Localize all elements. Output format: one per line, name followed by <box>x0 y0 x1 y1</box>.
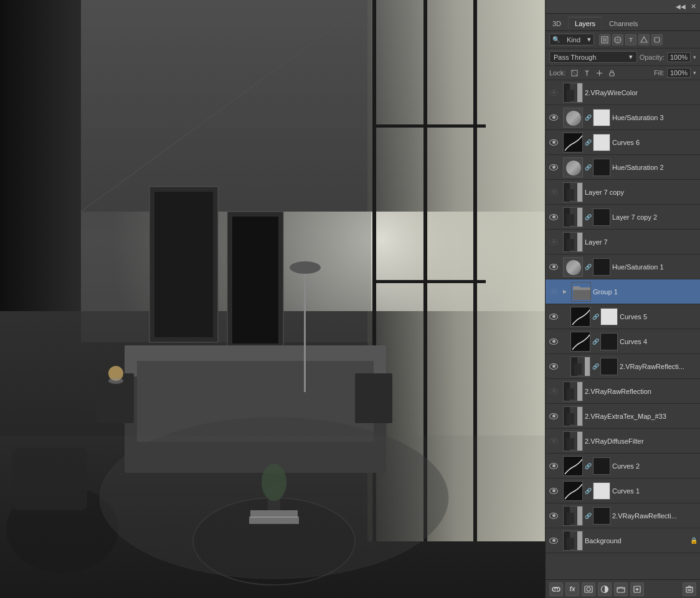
lock-label: Lock: <box>549 69 565 77</box>
layer-item-background[interactable]: Background 🔒 <box>546 528 700 553</box>
layers-list[interactable]: 2.VRayWireColor 🔗 Hue/Saturation 3 🔗 Cur… <box>546 80 700 579</box>
svg-rect-56 <box>567 189 574 200</box>
fill-arrow[interactable]: ▾ <box>693 70 696 76</box>
svg-rect-43 <box>610 73 614 76</box>
blend-mode-value: Pass Through <box>554 54 596 61</box>
fill-input[interactable]: 100% <box>667 68 691 78</box>
eye-icon <box>549 214 558 220</box>
layer-name-layer7-copy2: Layer 7 copy 2 <box>612 213 698 221</box>
layer-item-vray-rawreflect3[interactable]: 🔗 2.VRayRawReflecti... <box>546 503 700 528</box>
layer-visibility-hue-sat-3[interactable] <box>548 112 559 123</box>
svg-rect-32 <box>0 436 545 598</box>
opacity-arrow[interactable]: ▾ <box>693 54 696 60</box>
layer-name-vray-rawreflect3: 2.VRayRawReflecti... <box>612 512 698 520</box>
layer-thumb-layer7-copy <box>563 182 583 202</box>
lock-pixels-button[interactable] <box>569 68 579 78</box>
layer-item-vray-diffusefilter[interactable]: 2.VRayDiffuseFilter <box>546 429 700 454</box>
filter-pixel-icon[interactable] <box>599 34 610 45</box>
new-adjustment-button[interactable] <box>598 582 612 596</box>
group-expand-arrow[interactable]: ▶ <box>563 289 569 294</box>
filter-shape-icon[interactable] <box>638 34 650 45</box>
tab-3d[interactable]: 3D <box>546 17 568 30</box>
layer-visibility-layer7-copy[interactable] <box>548 187 559 198</box>
layer-thumb-curves-2 <box>563 456 583 476</box>
svg-rect-12 <box>154 192 213 337</box>
layer-visibility-group1[interactable] <box>548 286 559 297</box>
tab-channels[interactable]: Channels <box>602 17 645 30</box>
layer-chain-icon: 🔗 <box>585 214 590 220</box>
layer-visibility-curves-5[interactable] <box>548 311 559 322</box>
layer-item-layer7-copy[interactable]: Layer 7 copy <box>546 180 700 205</box>
layer-visibility-vray-rawreflect2[interactable] <box>548 361 559 372</box>
svg-rect-59 <box>577 208 583 227</box>
layer-item-curves-1[interactable]: 🔗 Curves 1 <box>546 479 700 503</box>
eye-icon <box>549 488 558 494</box>
layer-chain-icon: 🔗 <box>585 139 590 146</box>
layer-visibility-curves-1[interactable] <box>548 485 559 497</box>
layer-name-curves-2: Curves 2 <box>612 462 698 470</box>
layer-visibility-vray-diffusefilter[interactable] <box>548 436 559 447</box>
layer-item-vray-rawreflect2[interactable]: 🔗 2.VRayRawReflecti... <box>546 354 700 379</box>
eye-icon <box>549 463 558 469</box>
opacity-input[interactable]: 100% <box>667 52 691 62</box>
layer-item-vray-wirecolor[interactable]: 2.VRayWireColor <box>546 80 700 105</box>
layer-visibility-vray-rawreflect3[interactable] <box>548 510 559 521</box>
blend-mode-select[interactable]: Pass Through ▾ <box>549 51 637 63</box>
layer-item-layer7[interactable]: Layer 7 <box>546 230 700 255</box>
lock-move-button[interactable] <box>582 68 592 78</box>
new-layer-button[interactable] <box>630 582 644 596</box>
layer-visibility-vray-rawreflection[interactable] <box>548 386 559 397</box>
layer-visibility-layer7-copy2[interactable] <box>548 212 559 223</box>
layer-item-layer7-copy2[interactable]: 🔗 Layer 7 copy 2 <box>546 205 700 230</box>
layer-thumb-layer7-copy2 <box>563 207 583 227</box>
layer-item-curves-5[interactable]: 🔗 Curves 5 <box>546 304 700 329</box>
close-panel-icon[interactable]: ✕ <box>691 2 696 11</box>
layer-name-group1: Group 1 <box>593 288 698 296</box>
layer-visibility-vray-extratex[interactable] <box>548 411 559 422</box>
add-mask-button[interactable] <box>582 582 595 596</box>
collapse-icon[interactable]: ◀◀ <box>676 3 686 10</box>
svg-point-97 <box>587 587 590 591</box>
layer-item-hue-sat-1[interactable]: 🔗 Hue/Saturation 1 <box>546 255 700 279</box>
layer-item-group1[interactable]: ▶ Group 1 <box>546 279 700 304</box>
layer-item-curves-6[interactable]: 🔗 Curves 6 <box>546 130 700 155</box>
svg-rect-34 <box>603 38 607 42</box>
layer-visibility-curves-2[interactable] <box>548 460 559 472</box>
layer-name-curves-1: Curves 1 <box>612 487 698 495</box>
layer-visibility-curves-6[interactable] <box>548 137 559 148</box>
kind-select[interactable]: 🔍 Kind ▾ <box>549 34 594 45</box>
svg-point-52 <box>566 161 581 175</box>
add-fx-button[interactable]: fx <box>565 582 579 596</box>
svg-point-21 <box>108 378 123 384</box>
eye-icon <box>549 363 558 370</box>
layer-thumb-vray-rawreflection <box>563 381 583 401</box>
layer-item-hue-sat-3[interactable]: 🔗 Hue/Saturation 3 <box>546 105 700 130</box>
layer-visibility-background[interactable] <box>548 535 559 546</box>
tab-layers[interactable]: Layers <box>568 17 602 30</box>
layer-visibility-curves-4[interactable] <box>548 336 559 347</box>
layer-visibility-hue-sat-1[interactable] <box>548 261 559 273</box>
svg-point-66 <box>566 260 581 275</box>
link-layers-button[interactable] <box>549 582 563 596</box>
layer-visibility-vray-wirecolor[interactable] <box>548 87 559 98</box>
svg-rect-55 <box>577 183 583 202</box>
new-group-button[interactable] <box>614 582 628 596</box>
layer-item-vray-extratex[interactable]: 2.VRayExtraTex_Map_#33 <box>546 404 700 429</box>
delete-layer-button[interactable] <box>683 582 696 596</box>
layer-item-vray-rawreflection[interactable]: 2.VRayRawReflection <box>546 379 700 404</box>
lock-all-button[interactable] <box>607 68 617 78</box>
layer-item-hue-sat-2[interactable]: 🔗 Hue/Saturation 2 <box>546 155 700 180</box>
svg-marker-36 <box>641 37 647 42</box>
filter-type-icon[interactable]: T <box>625 34 636 45</box>
filter-smart-icon[interactable] <box>651 34 663 45</box>
filter-adjustment-icon[interactable] <box>612 34 623 45</box>
svg-rect-99 <box>617 587 625 592</box>
layer-thumb-layer7 <box>563 232 583 252</box>
layer-item-curves-2[interactable]: 🔗 Curves 2 <box>546 454 700 479</box>
layer-chain-icon: 🔗 <box>592 314 597 320</box>
layer-item-curves-4[interactable]: 🔗 Curves 4 <box>546 329 700 354</box>
layer-thumb-hue-sat-1 <box>563 257 583 277</box>
lock-transform-button[interactable] <box>594 68 604 78</box>
layer-visibility-layer7[interactable] <box>548 236 559 248</box>
layer-visibility-hue-sat-2[interactable] <box>548 162 559 173</box>
